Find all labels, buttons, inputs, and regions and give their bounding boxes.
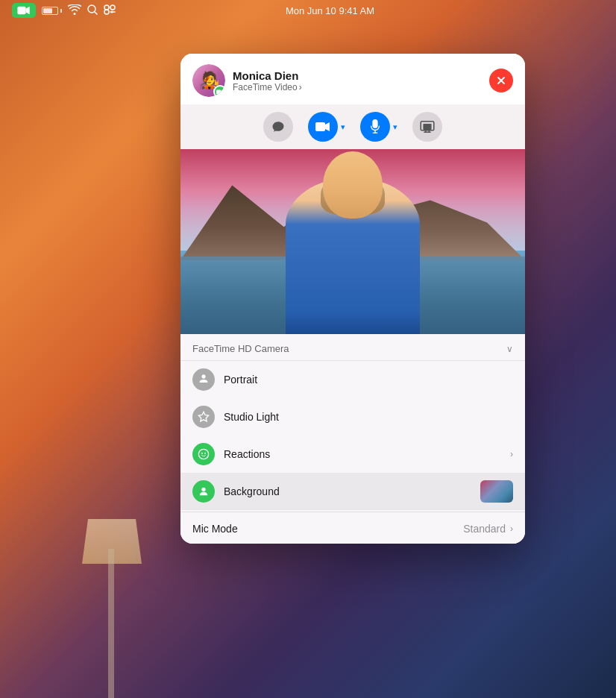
svg-marker-10 [221,89,224,94]
background-icon-circle [192,480,215,503]
contact-info: Monica Dien FaceTime Video › [233,69,482,92]
message-button[interactable] [263,112,293,142]
wifi-icon [68,4,81,17]
search-icon[interactable] [87,4,98,17]
controls-bar: ▾ ▾ [180,104,525,149]
person-head [323,151,383,218]
svg-marker-1 [26,7,30,14]
reactions-label: Reactions [224,448,501,460]
facetime-header: 🧑‍🎤 Monica Dien FaceTime Video › [180,54,525,104]
mic-icon-circle [360,112,390,142]
background-label: Background [224,485,471,497]
svg-line-3 [95,12,97,14]
screen-share-button[interactable] [412,112,442,142]
portrait-menu-item[interactable]: Portrait [180,361,525,398]
battery-status-icon [42,7,62,15]
desk-lamp-decoration [75,474,164,698]
camera-title-label: FaceTime HD Camera [192,343,289,354]
svg-rect-19 [423,124,431,130]
svg-rect-15 [372,119,377,128]
contact-name: Monica Dien [233,69,482,82]
background-thumbnail [480,480,513,503]
portrait-icon-circle [192,368,215,391]
reactions-menu-item[interactable]: Reactions › [180,436,525,473]
menubar-datetime: Mon Jun 10 9:41 AM [286,5,374,16]
studio-light-icon-circle [192,406,215,428]
video-chevron-icon: ▾ [341,122,345,132]
video-button[interactable]: ▾ [308,112,345,142]
control-center-icon[interactable] [104,4,116,17]
mic-mode-value: Standard [463,523,506,535]
facetime-menu-icon[interactable] [12,3,36,18]
mic-chevron-icon: ▾ [393,122,397,132]
camera-chevron-icon: ∨ [506,344,513,354]
contact-type: FaceTime Video › [233,82,482,92]
video-area [180,149,525,334]
svg-point-5 [110,5,115,10]
avatar: 🧑‍🎤 [192,64,225,97]
mic-mode-menu-item[interactable]: Mic Mode Standard › [180,514,525,544]
portrait-label: Portrait [224,374,513,386]
camera-dropdown-menu: FaceTime HD Camera ∨ Portrait Studio Lig… [180,334,525,544]
svg-rect-0 [17,7,25,14]
svg-point-8 [111,10,113,13]
facetime-window: 🧑‍🎤 Monica Dien FaceTime Video › [180,54,525,544]
svg-point-4 [104,5,109,10]
person-video-overlay [278,170,427,334]
mic-mode-chevron-icon: › [510,524,513,534]
reactions-icon-circle [192,443,215,465]
svg-point-24 [201,488,205,491]
reactions-chevron-icon: › [510,449,513,459]
svg-point-21 [198,449,208,459]
message-icon-circle [263,112,293,142]
svg-rect-9 [216,89,221,94]
video-icon-circle [308,112,338,142]
svg-rect-13 [315,122,325,131]
svg-point-23 [204,453,206,454]
screen-share-icon-circle [412,112,442,142]
studio-light-menu-item[interactable]: Studio Light [180,398,525,436]
person-body [286,177,420,334]
svg-marker-20 [198,412,208,421]
menu-divider [180,512,525,512]
svg-marker-14 [325,122,330,131]
svg-point-6 [104,10,109,14]
menubar: Mon Jun 10 9:41 AM [0,0,616,21]
mic-mode-label: Mic Mode [192,523,463,535]
background-menu-item[interactable]: Background [180,473,525,510]
studio-light-label: Studio Light [224,411,513,423]
close-button[interactable] [489,69,513,92]
svg-point-22 [201,453,203,454]
camera-header[interactable]: FaceTime HD Camera ∨ [180,334,525,361]
avatar-badge [213,85,225,97]
mic-button[interactable]: ▾ [360,112,397,142]
